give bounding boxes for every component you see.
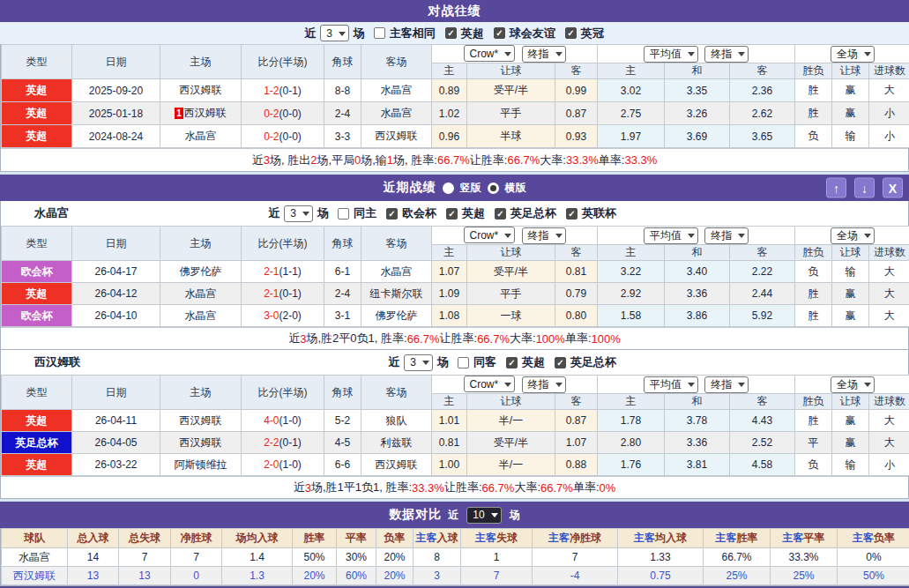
result-scope-value: 全场	[837, 47, 858, 62]
cell-value: 1.3	[222, 567, 293, 585]
col-odds-away: 客	[555, 63, 598, 79]
cell-winloss: 胜	[795, 79, 832, 102]
cell-home-team: 西汉姆联	[160, 432, 242, 454]
palace-league-checkbox-1[interactable]	[446, 208, 458, 220]
palace-league-checkbox-2[interactable]	[495, 208, 506, 220]
cell-value: 3	[414, 567, 461, 585]
cell-value: 33.3%	[771, 548, 838, 567]
compare-count-select[interactable]: 10	[466, 507, 501, 524]
score-fulltime: 0-2	[264, 130, 279, 143]
col-win-rate: 胜率	[293, 529, 337, 548]
odds-stage-select[interactable]: 终指	[522, 46, 566, 63]
cell-odds-away: 0.88	[555, 454, 598, 476]
cell-handicap: 半球	[467, 125, 555, 148]
result-scope-select[interactable]: 全场	[831, 46, 875, 63]
league-checkbox-2[interactable]	[565, 27, 577, 39]
cell-avg-away: 2.36	[730, 79, 795, 102]
cell-handicap: 一球	[467, 305, 555, 327]
westham-league-checkbox-0[interactable]	[506, 357, 518, 368]
avg-stage-value: 终指	[711, 377, 732, 392]
col-goals: 进球数	[869, 394, 909, 410]
palace-league-checkbox-3[interactable]	[566, 208, 577, 220]
near-label: 近	[448, 508, 458, 523]
odds-provider-select[interactable]: Crow*	[464, 376, 516, 392]
cell-away-team: 水晶宫	[361, 102, 432, 125]
odds-provider-select[interactable]: Crow*	[464, 227, 516, 243]
chevron-down-icon	[738, 234, 745, 242]
games-label: 场	[317, 205, 329, 221]
recent-section-title: 近期战绩	[384, 180, 436, 196]
palace-count-value: 3	[290, 207, 296, 220]
league-checkbox-0[interactable]	[445, 27, 457, 39]
score-fulltime: 2-0	[264, 458, 279, 471]
westham-league-checkbox-1[interactable]	[555, 357, 566, 368]
score-halftime: (0-0)	[279, 108, 302, 120]
h2h-count-select[interactable]: 3	[320, 25, 349, 41]
cell-odds-away: 0.87	[555, 410, 598, 432]
cell-home-team: 1西汉姆联	[160, 102, 242, 125]
league-checkbox-1[interactable]	[494, 27, 505, 39]
avg-odds-select[interactable]: 平均值	[644, 46, 698, 63]
cell-avg-draw: 3.69	[665, 125, 730, 148]
col-goals: 进球数	[869, 245, 909, 261]
h2h-table-box: 类型 日期 主场 比分(半场) 角球 客场 Crow* 终指 平均值 终指 全场	[0, 44, 909, 172]
same-home-checkbox[interactable]	[338, 208, 349, 220]
cell-value: 13	[119, 567, 171, 585]
palace-league-checkbox-0[interactable]	[386, 208, 398, 220]
chevron-down-icon	[864, 383, 871, 391]
westham-count-value: 3	[410, 356, 416, 368]
cell-odds-home: 0.96	[432, 125, 467, 148]
layout-vertical-radio[interactable]	[443, 182, 454, 194]
h2h-summary: 近 3 场, 胜出 2 场,平局 0 场,输 1 场, 胜率: 66.7% 让胜…	[1, 148, 908, 171]
odds-provider-select[interactable]: Crow*	[464, 45, 516, 62]
col-venue-goal-diff: 主客净胜球	[533, 529, 618, 548]
same-venue-checkbox[interactable]	[374, 27, 385, 39]
cell-value: 1.33	[618, 548, 704, 567]
avg-odds-select[interactable]: 平均值	[644, 376, 698, 393]
odds-stage-select[interactable]: 终指	[522, 227, 566, 244]
westham-count-select[interactable]: 3	[404, 354, 433, 371]
avg-stage-select[interactable]: 终指	[704, 376, 749, 393]
result-scope-select[interactable]: 全场	[831, 227, 875, 244]
avg-stage-select[interactable]: 终指	[704, 46, 749, 63]
same-away-label: 同客	[473, 354, 496, 370]
cell-avg-home: 2.80	[598, 432, 665, 454]
col-goals: 进球数	[869, 63, 909, 79]
league-type-badge: 英超	[2, 454, 72, 476]
close-button[interactable]: X	[883, 178, 903, 198]
match-row: 英超 2025-01-18 1西汉姆联 0-2(0-0) 2-4 水晶宫 1.0…	[2, 102, 909, 125]
cell-handicap-result: 赢	[832, 410, 869, 432]
games-label: 场	[354, 26, 365, 41]
cell-goals-result: 大	[869, 283, 909, 305]
cell-away-team: 佛罗伦萨	[361, 305, 432, 327]
layout-horizontal-radio[interactable]	[488, 182, 499, 194]
chevron-down-icon	[688, 234, 695, 242]
palace-count-select[interactable]: 3	[284, 205, 313, 222]
cell-corners: 8-8	[324, 79, 361, 102]
move-down-button[interactable]: ↓	[854, 178, 875, 198]
col-away: 客场	[361, 227, 432, 261]
league-label-2: 英冠	[581, 26, 604, 41]
avg-odds-value: 平均值	[650, 47, 682, 62]
cell-score: 0-2(0-0)	[242, 125, 324, 148]
chevron-down-icon	[864, 234, 871, 242]
cell-goals-result: 小	[869, 125, 909, 148]
westham-table-box: 类型 日期 主场 比分(半场) 角球 客场 Crow* 终指 平均值 终指 全场	[0, 375, 909, 499]
score-halftime: (0-0)	[279, 130, 302, 143]
odds-stage-select[interactable]: 终指	[522, 376, 566, 393]
avg-stage-select[interactable]: 终指	[704, 227, 749, 244]
avg-odds-group: 平均值 终指	[598, 376, 795, 394]
col-goal-diff: 净胜球	[171, 529, 222, 548]
col-score: 比分(半场)	[242, 376, 324, 410]
h2h-count-value: 3	[326, 27, 332, 40]
avg-odds-select[interactable]: 平均值	[644, 227, 698, 244]
cell-avg-away: 4.58	[730, 454, 795, 476]
cell-handicap-result: 赢	[832, 283, 869, 305]
cell-score: 2-2(0-1)	[242, 432, 324, 454]
score-fulltime: 0-2	[264, 108, 279, 120]
cell-home-team: 水晶宫	[160, 283, 242, 305]
col-odds-home: 主	[432, 63, 467, 79]
move-up-button[interactable]: ↑	[826, 178, 846, 198]
result-scope-select[interactable]: 全场	[831, 376, 875, 393]
same-away-checkbox[interactable]	[458, 357, 469, 368]
